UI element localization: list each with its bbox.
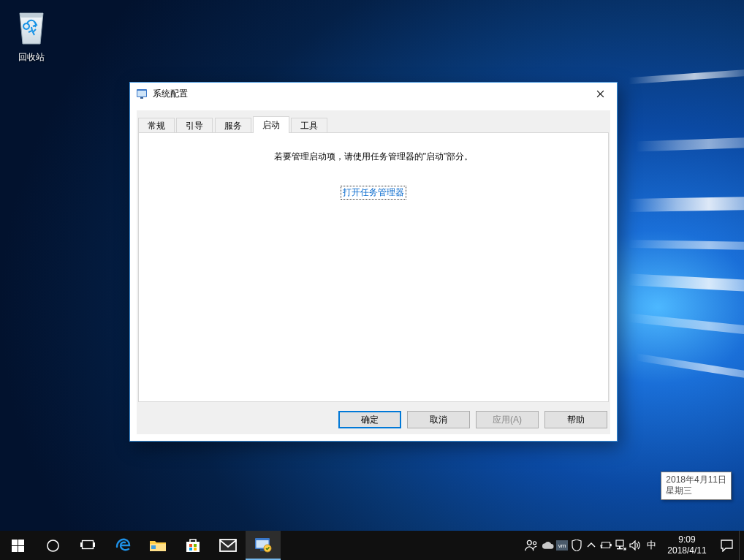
taskbar: vm bbox=[0, 531, 744, 560]
tooltip-weekday: 星期三 bbox=[666, 485, 726, 497]
tab-boot[interactable]: 引导 bbox=[176, 118, 213, 133]
svg-rect-14 bbox=[189, 544, 192, 547]
svg-rect-16 bbox=[189, 548, 192, 550]
msconfig-icon bbox=[136, 88, 148, 99]
close-button[interactable] bbox=[583, 83, 617, 105]
battery-icon bbox=[600, 541, 612, 550]
svg-rect-15 bbox=[194, 544, 197, 547]
svg-rect-10 bbox=[94, 542, 95, 547]
dialog-body: 常规 引导 服务 启动 工具 若要管理启动项，请使用任务管理器的"启动"部分。 … bbox=[137, 110, 610, 434]
tab-general[interactable]: 常规 bbox=[138, 118, 175, 133]
taskbar-store[interactable] bbox=[175, 531, 210, 560]
svg-rect-3 bbox=[12, 540, 18, 545]
file-explorer-icon bbox=[149, 538, 167, 553]
taskbar-file-explorer[interactable] bbox=[140, 531, 175, 560]
cloud-icon bbox=[542, 541, 554, 550]
desktop[interactable]: 回收站 系统配置 常规 引导 服务 启动 工具 bbox=[0, 0, 744, 531]
svg-rect-1 bbox=[137, 91, 146, 97]
tray-security[interactable] bbox=[569, 531, 584, 560]
chevron-up-icon bbox=[587, 542, 596, 548]
svg-rect-9 bbox=[80, 542, 82, 547]
svg-rect-31 bbox=[619, 546, 620, 548]
network-icon bbox=[615, 540, 626, 551]
svg-rect-8 bbox=[83, 541, 94, 549]
open-task-manager-link-text: 打开任务管理器 bbox=[341, 186, 406, 199]
svg-text:vm: vm bbox=[558, 542, 566, 549]
apply-button[interactable]: 应用(A) bbox=[476, 411, 539, 428]
tabstrip: 常规 引导 服务 启动 工具 bbox=[137, 116, 610, 132]
tray-overflow[interactable] bbox=[584, 531, 599, 560]
taskbar-msconfig[interactable] bbox=[246, 531, 281, 560]
vm-icon: vm bbox=[556, 540, 568, 550]
svg-rect-4 bbox=[18, 540, 24, 545]
svg-rect-6 bbox=[18, 546, 24, 552]
svg-point-25 bbox=[533, 542, 536, 545]
tray-people[interactable] bbox=[523, 531, 540, 560]
tray-ime[interactable]: 中 bbox=[642, 531, 660, 560]
clock-date: 2018/4/11 bbox=[667, 545, 706, 556]
help-button[interactable]: 帮助 bbox=[544, 411, 607, 428]
svg-rect-18 bbox=[220, 540, 236, 551]
cortana-icon bbox=[46, 539, 60, 553]
tray-power[interactable] bbox=[599, 531, 613, 560]
tray-action-center[interactable] bbox=[714, 531, 739, 560]
svg-rect-12 bbox=[151, 545, 156, 549]
ok-button[interactable]: 确定 bbox=[338, 411, 401, 428]
svg-point-7 bbox=[47, 540, 58, 550]
show-desktop-button[interactable] bbox=[739, 531, 744, 560]
recycle-bin-label: 回收站 bbox=[4, 51, 58, 64]
open-task-manager-link[interactable]: 打开任务管理器 bbox=[139, 186, 608, 199]
msconfig-dialog: 系统配置 常规 引导 服务 启动 工具 若要管理启动项，请使用任务管理器的"启动… bbox=[129, 82, 618, 442]
tray-onedrive[interactable] bbox=[540, 531, 555, 560]
taskbar-mail[interactable] bbox=[210, 531, 246, 560]
dialog-title: 系统配置 bbox=[153, 88, 583, 100]
msconfig-taskbar-icon bbox=[254, 537, 272, 553]
cancel-button[interactable]: 取消 bbox=[407, 411, 470, 428]
shield-icon bbox=[572, 540, 582, 551]
people-icon bbox=[524, 539, 539, 552]
start-button[interactable] bbox=[0, 531, 35, 560]
system-tray: vm bbox=[523, 531, 744, 560]
volume-icon bbox=[629, 540, 641, 550]
svg-rect-30 bbox=[616, 540, 623, 546]
clock-tooltip: 2018年4月11日 星期三 bbox=[661, 472, 732, 500]
tab-services[interactable]: 服务 bbox=[215, 118, 251, 133]
taskbar-edge[interactable] bbox=[105, 531, 140, 560]
store-icon bbox=[185, 537, 201, 553]
clock-time: 9:09 bbox=[678, 534, 695, 545]
svg-rect-28 bbox=[601, 542, 610, 548]
cortana-button[interactable] bbox=[35, 531, 70, 560]
recycle-bin[interactable]: 回收站 bbox=[4, 3, 58, 64]
svg-rect-13 bbox=[186, 542, 200, 552]
dialog-button-row: 确定 取消 应用(A) 帮助 bbox=[338, 411, 607, 428]
svg-rect-5 bbox=[12, 546, 18, 552]
windows-logo-icon bbox=[12, 540, 24, 552]
svg-rect-17 bbox=[194, 548, 197, 550]
startup-panel: 若要管理启动项，请使用任务管理器的"启动"部分。 打开任务管理器 bbox=[138, 132, 609, 402]
tray-vmware[interactable]: vm bbox=[555, 531, 569, 560]
svg-point-24 bbox=[527, 540, 531, 545]
tooltip-date: 2018年4月11日 bbox=[666, 474, 726, 486]
tab-tools[interactable]: 工具 bbox=[291, 118, 327, 133]
action-center-icon bbox=[721, 540, 733, 552]
tray-volume[interactable] bbox=[628, 531, 642, 560]
taskbar-spacer bbox=[281, 531, 523, 560]
mail-icon bbox=[219, 538, 238, 553]
task-view-icon bbox=[80, 540, 95, 551]
svg-rect-2 bbox=[140, 97, 143, 99]
tray-network[interactable] bbox=[613, 531, 628, 560]
edge-icon bbox=[114, 537, 132, 554]
tray-clock[interactable]: 9:09 2018/4/11 bbox=[660, 534, 714, 556]
task-view-button[interactable] bbox=[70, 531, 105, 560]
tab-startup[interactable]: 启动 bbox=[253, 116, 289, 133]
recycle-bin-icon bbox=[4, 3, 58, 50]
svg-rect-32 bbox=[617, 548, 623, 549]
titlebar[interactable]: 系统配置 bbox=[130, 83, 617, 105]
startup-message: 若要管理启动项，请使用任务管理器的"启动"部分。 bbox=[139, 151, 608, 163]
svg-rect-29 bbox=[610, 544, 612, 546]
